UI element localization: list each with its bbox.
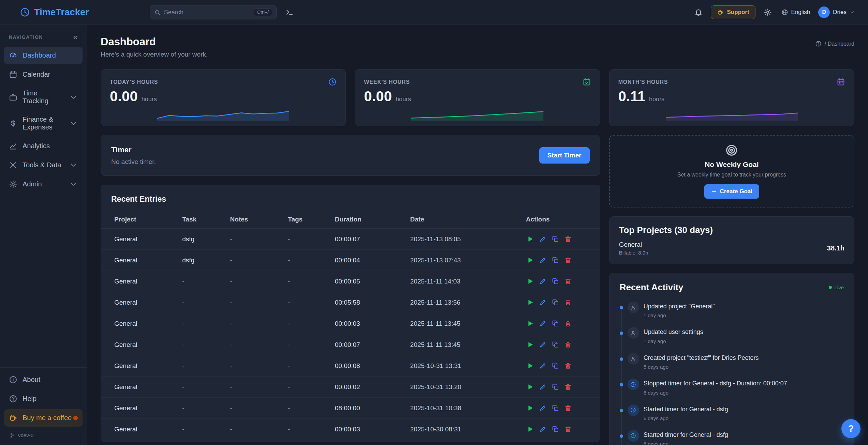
duplicate-button[interactable] (551, 362, 560, 370)
sidebar-item-dashboard[interactable]: Dashboard (4, 47, 83, 64)
edit-button[interactable] (539, 298, 547, 307)
sidebar-item-finance-expenses[interactable]: Finance & Expenses (4, 111, 83, 136)
user-name: Dries (833, 9, 847, 16)
sidebar-item-about[interactable]: About (4, 371, 83, 388)
delete-button[interactable] (564, 425, 572, 433)
cell-tags: - (284, 419, 331, 440)
support-button[interactable]: Support (711, 5, 755, 19)
help-circle-icon[interactable] (815, 41, 822, 47)
edit-button[interactable] (539, 425, 547, 433)
cell-date: 2025-11-13 07:43 (407, 250, 523, 271)
play-button[interactable] (526, 277, 534, 286)
play-button[interactable] (526, 425, 534, 433)
delete-button[interactable] (564, 383, 572, 391)
edit-button[interactable] (539, 256, 547, 264)
month-hours-sparkline (666, 106, 798, 121)
pencil-icon (539, 320, 546, 327)
global-search[interactable]: Ctrl+/ (150, 5, 277, 19)
column-header-task: Task (179, 211, 226, 229)
play-button[interactable] (526, 256, 534, 264)
duplicate-button[interactable] (551, 319, 560, 328)
language-selector[interactable]: English (780, 7, 812, 18)
search-input[interactable] (164, 9, 250, 16)
cell-tags: - (284, 398, 331, 419)
cell-project: General (101, 419, 179, 440)
delete-button[interactable] (564, 404, 572, 412)
user-menu[interactable]: D Dries (817, 4, 856, 20)
recent-activity-title: Recent Activity (620, 282, 683, 293)
command-terminal-button[interactable] (283, 5, 296, 19)
start-timer-button[interactable]: Start Timer (539, 147, 590, 164)
duplicate-button[interactable] (551, 277, 560, 286)
play-button[interactable] (526, 319, 534, 328)
sidebar-item-time-tracking[interactable]: Time Tracking (4, 85, 83, 109)
sidebar-item-label: Finance & Expenses (23, 116, 64, 131)
duplicate-button[interactable] (551, 235, 560, 243)
sidebar-item-tools-data[interactable]: Tools & Data (4, 156, 83, 174)
sidebar-item-admin[interactable]: Admin (4, 175, 83, 193)
play-button[interactable] (526, 404, 534, 412)
delete-button[interactable] (564, 298, 572, 307)
support-label: Support (727, 9, 749, 16)
edit-button[interactable] (539, 277, 547, 286)
cell-notes: - (227, 313, 285, 334)
cell-duration: 00:00:02 (332, 377, 407, 398)
activity-item: Updated user settings 1 day ago (620, 327, 844, 353)
sidebar-item-buy-me-a-coffee[interactable]: Buy me a coffee (4, 409, 83, 427)
edit-button[interactable] (539, 340, 547, 349)
top-projects-title: Top Projects (30 days) (619, 225, 844, 235)
sidebar-item-help[interactable]: Help (4, 390, 83, 408)
duplicate-button[interactable] (551, 425, 560, 433)
edit-button[interactable] (539, 383, 547, 391)
settings-button[interactable] (761, 5, 775, 19)
stat-unit: hours (142, 96, 157, 103)
pencil-icon (539, 278, 546, 285)
play-button[interactable] (526, 383, 534, 391)
sidebar-item-analytics[interactable]: Analytics (4, 137, 83, 155)
play-button[interactable] (526, 298, 534, 307)
duplicate-button[interactable] (551, 340, 560, 349)
delete-button[interactable] (564, 277, 572, 286)
cell-tags: - (284, 250, 331, 271)
duplicate-button[interactable] (551, 383, 560, 391)
sidebar-item-label: Time Tracking (23, 89, 64, 105)
calendar-icon (9, 70, 17, 79)
activity-text: Started timer for General - dsfg (644, 430, 728, 439)
play-button[interactable] (526, 235, 534, 243)
delete-button[interactable] (564, 340, 572, 349)
play-button[interactable] (526, 362, 534, 370)
play-icon (527, 362, 534, 369)
edit-button[interactable] (539, 404, 547, 412)
project-hours: 38.1h (827, 244, 844, 252)
sidebar-item-calendar[interactable]: Calendar (4, 66, 83, 83)
stat-unit: hours (396, 96, 411, 103)
duplicate-button[interactable] (551, 298, 560, 307)
edit-button[interactable] (539, 319, 547, 328)
delete-button[interactable] (564, 235, 572, 243)
help-fab-button[interactable]: ? (841, 419, 860, 438)
table-row: General - - - 00:00:08 2025-10-31 13:31 (101, 355, 600, 377)
activity-avatar (628, 302, 639, 313)
language-label: English (791, 9, 810, 16)
cell-tags: - (284, 271, 331, 292)
cell-notes: - (227, 377, 285, 398)
duplicate-button[interactable] (551, 404, 560, 412)
sidebar-collapse-button[interactable]: « (71, 32, 80, 42)
activity-time: 6 days ago (644, 441, 728, 445)
table-row: General - - - 00:05:58 2025-11-11 13:56 (101, 292, 600, 313)
delete-button[interactable] (564, 362, 572, 370)
notifications-button[interactable] (692, 5, 705, 19)
edit-button[interactable] (539, 362, 547, 370)
stat-value: 0.11 (618, 88, 645, 105)
delete-button[interactable] (564, 319, 572, 328)
table-row: General - - - 00:00:05 2025-11-11 14:03 (101, 271, 600, 292)
sidebar-item-label: Tools & Data (23, 161, 61, 169)
app-brand[interactable]: TimeTracker (20, 7, 89, 18)
create-goal-button[interactable]: Create Goal (704, 184, 759, 199)
edit-button[interactable] (539, 235, 547, 243)
create-goal-label: Create Goal (720, 188, 752, 195)
duplicate-button[interactable] (551, 256, 560, 264)
delete-button[interactable] (564, 256, 572, 264)
play-button[interactable] (526, 340, 534, 349)
cell-tags: - (284, 229, 331, 250)
